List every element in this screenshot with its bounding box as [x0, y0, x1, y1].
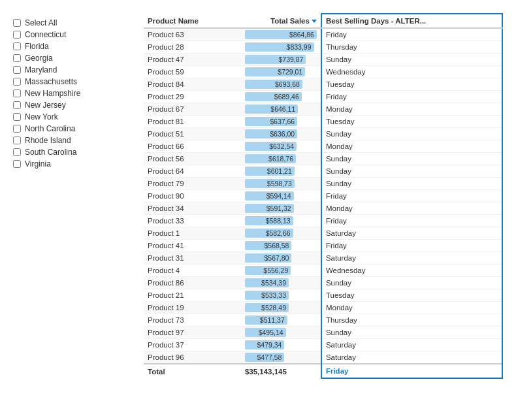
state-item[interactable]: South Carolina — [13, 146, 131, 158]
state-checkbox[interactable] — [13, 31, 21, 39]
sales-bar: $594,14 — [245, 191, 294, 201]
sales-value: $636,00 — [270, 130, 295, 138]
state-checkbox[interactable] — [13, 148, 21, 156]
sales-bar: $511,37 — [245, 315, 287, 325]
sales-value: $601,21 — [267, 167, 292, 175]
product-name-cell: Product 97 — [144, 327, 241, 339]
state-label: South Carolina — [25, 148, 76, 157]
state-checkbox[interactable] — [13, 42, 21, 50]
state-checkbox[interactable] — [13, 101, 21, 109]
state-checkbox[interactable] — [13, 89, 21, 97]
sales-bar: $568,58 — [245, 241, 292, 250]
table-row: Product 41$568,58Friday — [144, 240, 502, 252]
product-name-cell: Product 19 — [144, 302, 241, 314]
sales-bar-cell: $632,54 — [241, 140, 321, 153]
sales-bar: $591,32 — [245, 204, 294, 213]
state-item[interactable]: Rhode Island — [13, 135, 131, 146]
state-item[interactable]: Maryland — [13, 64, 131, 76]
state-checkbox[interactable] — [13, 66, 21, 74]
state-item[interactable]: New York — [13, 111, 131, 123]
sales-bar-cell: $556,29 — [241, 265, 321, 277]
state-item[interactable]: Virginia — [13, 158, 131, 170]
table-row: Product 19$528,49Monday — [144, 302, 502, 314]
product-name-cell: Product 29 — [144, 91, 241, 103]
sales-bar: $582,66 — [245, 229, 293, 238]
sales-bar: $646,11 — [245, 105, 298, 114]
sales-value: $582,66 — [266, 229, 291, 237]
product-name-cell: Product 63 — [144, 28, 241, 41]
best-day-cell: Tuesday — [321, 289, 502, 302]
table-row: Product 63$864,86Friday — [144, 28, 502, 41]
best-day-cell: Sunday — [321, 277, 502, 289]
sales-bar: $598,73 — [245, 179, 295, 188]
sales-bar-cell: $477,58 — [241, 351, 321, 364]
best-day-cell: Wednesday — [321, 66, 502, 78]
sales-bar-cell: $637,66 — [241, 116, 321, 128]
table-row: Product 59$729,01Wednesday — [144, 66, 502, 78]
sales-bar-cell: $511,37 — [241, 314, 321, 327]
best-day-cell: Sunday — [321, 165, 502, 178]
table-row: Product 33$588,13Friday — [144, 215, 502, 227]
best-day-cell: Friday — [321, 240, 502, 252]
state-item[interactable]: New Hampshire — [13, 88, 131, 99]
col-header-sales[interactable]: Total Sales — [241, 14, 321, 28]
best-day-cell: Saturday — [321, 339, 502, 351]
best-day-cell: Monday — [321, 140, 502, 153]
best-day-cell: Sunday — [321, 153, 502, 165]
state-checkbox[interactable] — [13, 137, 21, 144]
best-day-cell: Saturday — [321, 227, 502, 240]
sales-bar-cell: $618,76 — [241, 153, 321, 165]
sales-bar-cell: $601,21 — [241, 165, 321, 178]
sales-value: $591,32 — [266, 204, 291, 212]
state-checkbox[interactable] — [13, 54, 21, 62]
best-day-cell: Monday — [321, 103, 502, 116]
sales-value: $632,54 — [269, 142, 294, 150]
state-checkbox[interactable] — [13, 160, 21, 168]
product-name-cell: Product 37 — [144, 339, 241, 351]
table-row: Product 21$533,33Tuesday — [144, 289, 502, 302]
product-name-cell: Product 1 — [144, 227, 241, 240]
table-row: Product 31$567,80Saturday — [144, 252, 502, 265]
state-label: New York — [25, 112, 58, 121]
sort-arrow-icon — [312, 20, 317, 23]
select-all-item[interactable]: Select All — [13, 17, 131, 29]
state-item[interactable]: Florida — [13, 40, 131, 52]
table-row: Product 84$693,68Tuesday — [144, 78, 502, 91]
state-item[interactable]: New Jersey — [13, 99, 131, 111]
table-row: Product 28$833,99Thursday — [144, 41, 502, 54]
sales-bar: $528,49 — [245, 303, 289, 312]
state-item[interactable]: North Carolina — [13, 123, 131, 135]
state-checkbox[interactable] — [13, 125, 21, 133]
select-all-checkbox[interactable] — [13, 19, 21, 27]
best-day-cell: Sunday — [321, 327, 502, 339]
product-name-cell: Product 51 — [144, 128, 241, 140]
sales-value: $588,13 — [266, 217, 291, 225]
table-row: Product 81$637,66Tuesday — [144, 116, 502, 128]
state-item[interactable]: Georgia — [13, 52, 131, 64]
state-checkbox[interactable] — [13, 78, 21, 86]
table-row: Product 34$591,32Monday — [144, 202, 502, 215]
sales-bar-cell: $568,58 — [241, 240, 321, 252]
sales-bar-cell: $528,49 — [241, 302, 321, 314]
sales-value: $568,58 — [264, 242, 289, 250]
best-day-cell: Friday — [321, 190, 502, 202]
table-row: Product 79$598,73Sunday — [144, 178, 502, 190]
table-row: Product 56$618,76Sunday — [144, 153, 502, 165]
table-row: Product 1$582,66Saturday — [144, 227, 502, 240]
sales-bar: $636,00 — [245, 129, 297, 138]
col-header-day[interactable]: Best Selling Days - ALTER... — [321, 14, 502, 28]
sales-bar: $533,33 — [245, 291, 289, 300]
state-checkbox[interactable] — [13, 113, 21, 121]
col-header-product[interactable]: Product Name — [144, 14, 241, 28]
sales-bar: $729,01 — [245, 67, 305, 76]
table-row: Product 29$689,46Friday — [144, 91, 502, 103]
table-row: Product 47$739,87Sunday — [144, 54, 502, 66]
table-row: Product 90$594,14Friday — [144, 190, 502, 202]
sales-value: $533,33 — [261, 291, 286, 299]
product-name-cell: Product 59 — [144, 66, 241, 78]
product-name-cell: Product 47 — [144, 54, 241, 66]
best-day-cell: Sunday — [321, 178, 502, 190]
table-row: Product 86$534,39Sunday — [144, 277, 502, 289]
state-item[interactable]: Massachusetts — [13, 76, 131, 88]
state-item[interactable]: Connecticut — [13, 29, 131, 40]
